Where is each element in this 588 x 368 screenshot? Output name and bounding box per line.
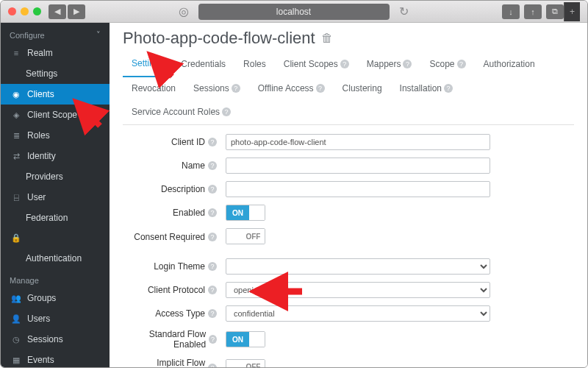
- sidebar-item-realm-settings[interactable]: Settings: [1, 63, 110, 84]
- close-window-icon[interactable]: [8, 7, 16, 15]
- help-icon[interactable]: ?: [208, 286, 217, 294]
- sidebar-item-federation[interactable]: Federation: [1, 208, 110, 228]
- maximize-window-icon[interactable]: [33, 7, 41, 15]
- tab-offline-access[interactable]: Offline Access?: [249, 77, 334, 101]
- label-client-id: Client ID?: [123, 137, 226, 147]
- sidebar-item-identity[interactable]: ⇄Identity: [1, 146, 110, 166]
- sidebar-item-realm[interactable]: ≡Realm: [1, 43, 110, 63]
- toggle-standard-flow-enabled[interactable]: ON: [226, 331, 265, 347]
- help-icon[interactable]: ?: [457, 60, 466, 68]
- sidebar-section-configure[interactable]: Configure ˅: [1, 23, 110, 43]
- browser-titlebar: ◀ ▶ ◎ localhost ↻ ↓ ↑ ⧉ +: [1, 1, 587, 23]
- cube-icon: ◈: [11, 110, 21, 120]
- sidebar-item-clients[interactable]: ◉Clients: [1, 84, 110, 105]
- help-icon[interactable]: ?: [209, 335, 217, 344]
- help-icon[interactable]: ?: [340, 60, 349, 68]
- main-content: Photo-app-code-flow-client 🗑 Settings Cr…: [110, 23, 587, 367]
- lock-icon: 🔒: [11, 233, 21, 243]
- address-bar[interactable]: localhost: [198, 4, 390, 20]
- users-icon: 👥: [11, 294, 21, 303]
- help-icon[interactable]: ?: [208, 138, 217, 146]
- input-name[interactable]: [226, 158, 490, 174]
- back-button[interactable]: ◀: [49, 4, 66, 19]
- toggle-consent-required[interactable]: OFF: [226, 228, 265, 244]
- sidebar-item-lock[interactable]: 🔒: [1, 228, 110, 248]
- help-icon[interactable]: ?: [208, 364, 217, 367]
- sidebar-item-user[interactable]: ⌸User: [1, 187, 110, 208]
- help-icon[interactable]: ?: [208, 185, 217, 194]
- address-text: localhost: [276, 7, 311, 17]
- sidebar-item-roles[interactable]: ≣Roles: [1, 125, 110, 146]
- label-standard-flow-enabled: Standard Flow Enabled?: [123, 329, 226, 350]
- database-icon: ⌸: [11, 193, 21, 202]
- calendar-icon: ▦: [11, 355, 21, 365]
- list-icon: ≣: [11, 131, 21, 141]
- share-icon[interactable]: ↑: [524, 4, 542, 19]
- tab-roles[interactable]: Roles: [234, 52, 275, 77]
- sidebar-item-providers[interactable]: Providers: [1, 166, 110, 187]
- label-description: Description?: [123, 184, 226, 194]
- chevron-down-icon: ˅: [96, 30, 101, 40]
- select-login-theme[interactable]: [226, 258, 490, 275]
- input-client-id[interactable]: [226, 134, 490, 150]
- sidebar-item-client-scopes[interactable]: ◈Client Scope: [1, 105, 110, 125]
- reload-icon[interactable]: ↻: [395, 4, 413, 20]
- label-name: Name?: [123, 160, 226, 171]
- clock-icon: ◷: [11, 335, 21, 344]
- sidebar: Configure ˅ ≡Realm Settings ◉Clients ◈Cl…: [1, 23, 110, 367]
- reader-icon[interactable]: ◎: [175, 4, 193, 20]
- sidebar-item-authentication[interactable]: Authentication: [1, 248, 110, 269]
- label-client-protocol: Client Protocol?: [123, 285, 226, 295]
- tab-settings[interactable]: Settings: [123, 52, 172, 77]
- tab-client-scopes[interactable]: Client Scopes?: [275, 52, 358, 77]
- new-tab-button[interactable]: +: [564, 2, 580, 21]
- minimize-window-icon[interactable]: [21, 7, 29, 15]
- sliders-icon: ≡: [11, 49, 21, 57]
- tab-service-account-roles[interactable]: Service Account Roles?: [123, 101, 240, 124]
- input-description[interactable]: [226, 181, 490, 197]
- download-icon[interactable]: ↓: [502, 4, 520, 19]
- forward-button[interactable]: ▶: [68, 4, 85, 19]
- label-login-theme: Login Theme?: [123, 261, 226, 272]
- help-icon[interactable]: ?: [232, 84, 240, 93]
- tab-revocation[interactable]: Revocation: [123, 77, 184, 101]
- user-icon: 👤: [11, 314, 21, 324]
- help-icon[interactable]: ?: [316, 84, 325, 93]
- label-enabled: Enabled?: [123, 208, 226, 218]
- help-icon[interactable]: ?: [208, 262, 217, 271]
- tab-authorization[interactable]: Authorization: [475, 52, 544, 77]
- trash-icon[interactable]: 🗑: [321, 32, 333, 45]
- help-icon[interactable]: ?: [208, 233, 217, 241]
- tab-credentials[interactable]: Credentials: [172, 52, 234, 77]
- tab-installation[interactable]: Installation?: [391, 77, 462, 101]
- help-icon[interactable]: ?: [208, 309, 217, 318]
- sidebar-section-manage[interactable]: Manage: [1, 269, 110, 288]
- exchange-icon: ⇄: [11, 152, 21, 161]
- tab-scope[interactable]: Scope?: [420, 52, 474, 77]
- sidebar-item-sessions[interactable]: ◷Sessions: [1, 329, 110, 350]
- toggle-enabled[interactable]: ON: [226, 205, 265, 221]
- tab-mappers[interactable]: Mappers?: [358, 52, 421, 77]
- tabs-icon[interactable]: ⧉: [546, 4, 564, 19]
- toggle-implicit-flow-enabled[interactable]: OFF: [226, 359, 265, 367]
- sidebar-item-events[interactable]: ▦Events: [1, 350, 110, 367]
- help-icon[interactable]: ?: [444, 84, 453, 93]
- label-consent-required: Consent Required?: [123, 232, 226, 242]
- help-icon[interactable]: ?: [208, 208, 217, 217]
- select-access-type[interactable]: confidential: [226, 305, 490, 322]
- help-icon[interactable]: ?: [403, 60, 412, 68]
- label-implicit-flow-enabled: Implicit Flow Enabled?: [123, 358, 226, 367]
- label-access-type: Access Type?: [123, 308, 226, 319]
- help-icon[interactable]: ?: [208, 161, 217, 170]
- tabs-bar: Settings Credentials Roles Client Scopes…: [123, 52, 574, 125]
- sidebar-item-users[interactable]: 👤Users: [1, 308, 110, 329]
- tab-sessions[interactable]: Sessions?: [184, 77, 249, 101]
- traffic-lights: [8, 7, 41, 15]
- sidebar-item-groups[interactable]: 👥Groups: [1, 288, 110, 308]
- cube-icon: ◉: [11, 90, 21, 99]
- tab-clustering[interactable]: Clustering: [334, 77, 391, 101]
- select-client-protocol[interactable]: openid-connect: [226, 282, 490, 298]
- help-icon[interactable]: ?: [222, 107, 231, 116]
- page-title: Photo-app-code-flow-client 🗑: [123, 29, 574, 48]
